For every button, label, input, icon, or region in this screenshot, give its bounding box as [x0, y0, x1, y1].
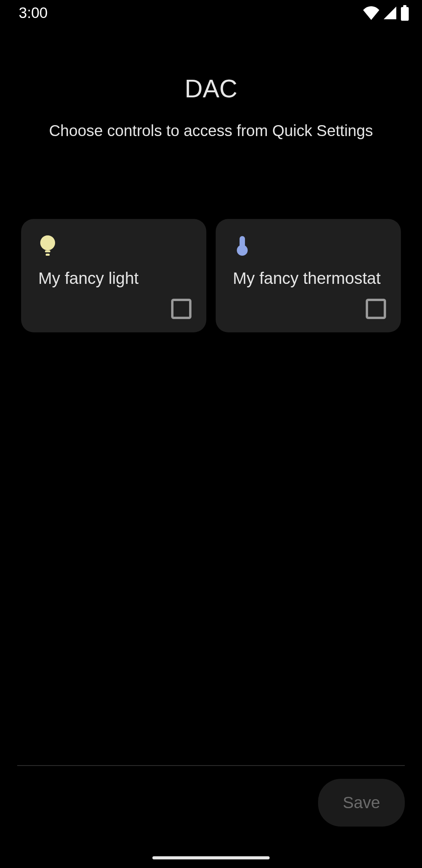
battery-icon — [400, 5, 409, 21]
lightbulb-icon — [38, 236, 57, 255]
svg-rect-0 — [401, 7, 409, 21]
status-time: 3:00 — [19, 5, 48, 22]
control-card-label: My fancy thermostat — [233, 269, 384, 288]
svg-rect-4 — [46, 254, 50, 256]
save-button[interactable]: Save — [318, 779, 405, 827]
footer-divider — [17, 765, 405, 766]
thermometer-icon — [233, 236, 252, 255]
svg-rect-1 — [403, 5, 406, 7]
svg-point-6 — [237, 245, 248, 256]
page-subtitle: Choose controls to access from Quick Set… — [0, 122, 422, 140]
page-header: DAC Choose controls to access from Quick… — [0, 74, 422, 140]
page-title: DAC — [0, 74, 422, 103]
control-card-label: My fancy light — [38, 269, 189, 288]
status-bar: 3:00 — [0, 0, 422, 26]
control-card-checkbox[interactable] — [366, 299, 386, 319]
svg-point-2 — [40, 235, 55, 250]
status-icons — [363, 5, 409, 21]
cellular-icon — [383, 6, 397, 20]
wifi-icon — [363, 6, 380, 20]
controls-grid: My fancy light My fancy thermostat — [21, 219, 401, 332]
svg-rect-3 — [45, 250, 50, 252]
control-card-checkbox[interactable] — [171, 299, 191, 319]
control-card-thermostat[interactable]: My fancy thermostat — [216, 219, 401, 332]
home-indicator[interactable] — [152, 856, 270, 859]
control-card-light[interactable]: My fancy light — [21, 219, 206, 332]
footer-bar: Save — [0, 779, 422, 827]
